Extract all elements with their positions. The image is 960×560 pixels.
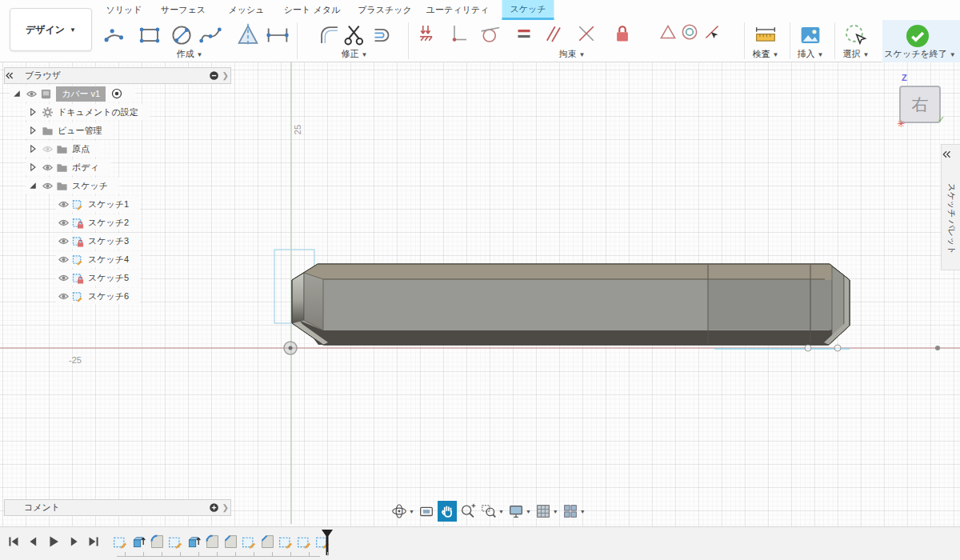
toolbar-group-2[interactable]: 拘束 ▼ <box>559 48 586 60</box>
visibility-icon[interactable] <box>24 88 38 100</box>
visibility-icon[interactable] <box>40 162 54 174</box>
tab-2[interactable]: サーフェス <box>153 0 214 20</box>
collapse-browser-icon[interactable] <box>5 71 14 80</box>
nav-pan-button[interactable] <box>438 501 457 522</box>
browser-row-スケッチ5[interactable]: スケッチ5 <box>0 270 150 286</box>
nav-display-settings-button[interactable]: ▼ <box>506 501 532 522</box>
midpoint-icon[interactable] <box>702 22 722 44</box>
comments-panel-header[interactable]: コメント ❯ <box>4 499 231 516</box>
timeline-step-forward-button[interactable] <box>65 533 82 552</box>
design-menu-button[interactable]: デザイン▼ <box>10 8 92 51</box>
browser-row-スケッチ2[interactable]: スケッチ2 <box>0 214 150 230</box>
measure-icon[interactable] <box>752 22 779 50</box>
fillet-icon[interactable] <box>316 22 343 50</box>
browser-row-スケッチ[interactable]: スケッチ <box>0 178 150 194</box>
tab-1[interactable]: ソリッド <box>98 0 150 20</box>
nav-orbit-button[interactable]: ▼ <box>390 501 415 522</box>
comments-resize-handle[interactable]: ❯ <box>222 503 229 512</box>
tab-6[interactable]: ユーティリティ <box>418 0 498 20</box>
mirror-icon[interactable] <box>234 22 262 50</box>
tab-4[interactable]: シート メタル <box>276 0 348 20</box>
insert-image-icon[interactable] <box>797 22 824 50</box>
browser-row-スケッチ3[interactable]: スケッチ3 <box>0 233 150 249</box>
browser-row-ビュー管理[interactable]: ビュー管理 <box>0 122 150 138</box>
timeline-feature-6-fillet[interactable] <box>204 534 221 550</box>
browser-row-カバー v1[interactable]: カバー v1 <box>0 86 150 102</box>
visibility-icon[interactable] <box>56 254 70 266</box>
symmetry-icon[interactable] <box>658 22 678 44</box>
browser-row-原点[interactable]: 原点 <box>0 141 150 157</box>
timeline-play-button[interactable] <box>45 533 62 552</box>
expand-icon[interactable] <box>26 144 40 154</box>
timeline-feature-8-sketch[interactable] <box>241 534 258 550</box>
activate-component-icon[interactable] <box>110 88 124 99</box>
expand-icon[interactable] <box>26 162 40 172</box>
arc-icon[interactable] <box>101 22 128 50</box>
fix-icon[interactable] <box>416 22 440 47</box>
trim-icon[interactable] <box>341 22 368 50</box>
collapse-icon[interactable] <box>10 89 24 98</box>
tangent-icon[interactable] <box>478 22 502 47</box>
nav-window-zoom-button[interactable]: ▼ <box>479 501 505 522</box>
visibility-icon[interactable] <box>56 272 70 284</box>
visibility-icon[interactable] <box>56 217 70 229</box>
browser-minimize-icon[interactable] <box>209 70 219 81</box>
toolbar-group-0[interactable]: 作成 ▼ <box>177 48 203 60</box>
toolbar-group-1[interactable]: 修正 ▼ <box>342 48 368 60</box>
expand-icon[interactable] <box>26 126 40 135</box>
timeline-go-to-start-button[interactable] <box>5 533 22 552</box>
visibility-icon[interactable] <box>40 180 54 192</box>
visibility-icon[interactable] <box>40 143 54 155</box>
comments-expand-icon[interactable] <box>209 502 219 513</box>
circle-2pt-icon[interactable] <box>168 22 195 50</box>
browser-row-スケッチ6[interactable]: スケッチ6 <box>0 288 150 304</box>
toolbar-group-5[interactable]: 選択 ▼ <box>843 48 870 60</box>
timeline-go-to-end-button[interactable] <box>85 533 102 552</box>
timeline-feature-11-sketch[interactable] <box>296 534 313 550</box>
expand-icon[interactable] <box>26 107 40 117</box>
viewcube[interactable]: 右 <box>899 86 941 123</box>
lock-icon[interactable] <box>610 22 634 47</box>
toolbar-group-3[interactable]: 検査 ▼ <box>753 48 779 60</box>
select-icon[interactable] <box>842 22 870 50</box>
timeline-feature-1-sketch[interactable] <box>112 534 129 550</box>
collapse-icon[interactable] <box>26 181 40 190</box>
tab-5[interactable]: プラスチック <box>350 0 420 20</box>
nav-viewports-button[interactable]: ▼ <box>561 501 586 522</box>
dimension-icon[interactable] <box>264 22 291 50</box>
finish-sketch-icon[interactable] <box>905 23 930 50</box>
coincident-icon[interactable] <box>574 22 598 47</box>
perpendicular-icon[interactable] <box>446 22 470 47</box>
timeline-feature-2-extrude[interactable] <box>130 534 147 550</box>
spline-icon[interactable] <box>197 22 224 50</box>
browser-panel-header[interactable]: ブラウザ ❯ <box>4 67 231 84</box>
concentric-icon[interactable] <box>679 22 700 44</box>
timeline-feature-3-fillet[interactable] <box>149 534 166 550</box>
browser-row-スケッチ1[interactable]: スケッチ1 <box>0 196 150 212</box>
timeline-feature-10-sketch[interactable] <box>278 534 294 550</box>
tab-7[interactable]: スケッチ <box>502 0 554 20</box>
offset-icon[interactable] <box>368 22 395 50</box>
sketch-palette-collapsed[interactable]: スケッチ パレット <box>941 144 960 270</box>
browser-row-ドキュメントの設定[interactable]: ドキュメントの設定 <box>0 104 150 120</box>
nav-grid-settings-button[interactable]: ▼ <box>534 501 559 522</box>
visibility-icon[interactable] <box>56 235 70 247</box>
timeline-feature-9-chamfer[interactable] <box>259 534 276 550</box>
tab-3[interactable]: メッシュ <box>220 0 272 20</box>
timeline-step-back-button[interactable] <box>25 533 42 552</box>
browser-row-ボディ[interactable]: ボディ <box>0 159 150 175</box>
timeline-feature-5-extrude[interactable] <box>186 534 202 550</box>
body-3d[interactable] <box>292 264 850 345</box>
equal-icon[interactable] <box>512 22 536 47</box>
visibility-icon[interactable] <box>56 290 70 302</box>
browser-row-スケッチ4[interactable]: スケッチ4 <box>0 251 150 267</box>
toolbar-group-4[interactable]: 挿入 ▼ <box>798 48 824 60</box>
nav-look-at-button[interactable] <box>417 501 436 522</box>
rectangle-icon[interactable] <box>136 22 163 50</box>
timeline-feature-4-sketch[interactable] <box>167 534 184 550</box>
timeline-feature-7-chamfer[interactable] <box>222 534 239 550</box>
nav-zoom-button[interactable] <box>458 501 478 522</box>
visibility-icon[interactable] <box>56 198 70 210</box>
toolbar-group-6[interactable]: スケッチを終了 ▼ <box>884 48 955 60</box>
browser-resize-handle[interactable]: ❯ <box>222 71 229 80</box>
